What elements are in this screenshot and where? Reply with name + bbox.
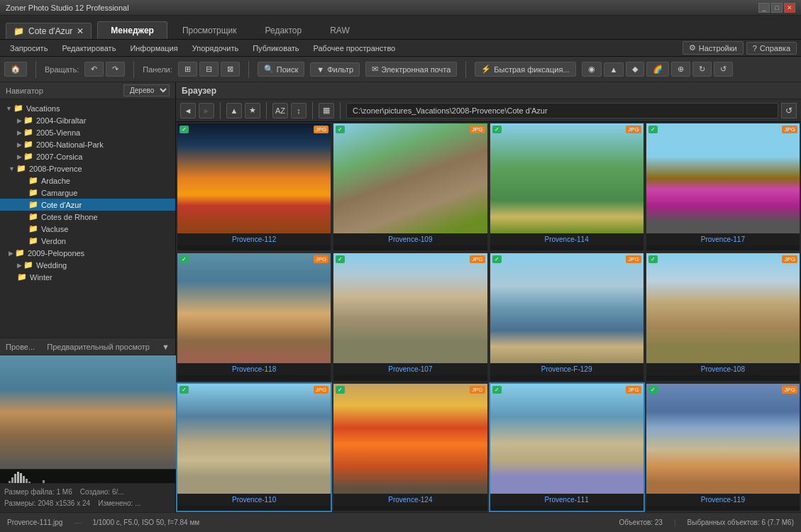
tool-btn-1[interactable]: ◉ — [582, 62, 602, 77]
filter-button[interactable]: ▼ Фильтр — [310, 62, 360, 77]
tree-item-vienna[interactable]: ▶ 📁 2005-Vienna — [0, 126, 175, 138]
view-button[interactable]: ▦ — [319, 103, 334, 118]
menu-organize[interactable]: Упорядочить — [187, 43, 244, 54]
folder-icon: 📁 — [28, 224, 38, 233]
select-badge: ✓ — [179, 386, 189, 394]
tree-item-verdon[interactable]: 📁 Verdon — [0, 235, 175, 247]
svg-rect-4 — [14, 474, 16, 483]
path-input[interactable] — [346, 103, 778, 118]
thumbnail-provence-112[interactable]: JPG ✓ Provence-112 — [176, 122, 332, 252]
up-button[interactable]: ▲ — [226, 103, 242, 118]
rotate-left-button[interactable]: ↶ — [84, 62, 104, 77]
panel-btn-1[interactable]: ⊞ — [178, 62, 197, 77]
tree-area[interactable]: ▼ 📁 Vacations ▶ 📁 2004-Gibraltar ▶ 📁 200… — [0, 99, 175, 338]
rotate-right-button[interactable]: ↷ — [106, 62, 125, 77]
select-badge: ✓ — [492, 386, 502, 394]
menu-info[interactable]: Информация — [124, 43, 183, 54]
select-badge: ✓ — [492, 126, 502, 133]
meta-filesize: Размер файла: 1 М6 Создано: 6/... — [4, 487, 171, 498]
thumb-image — [646, 123, 800, 233]
tree-item-national-park[interactable]: ▶ 📁 2006-National-Park — [0, 138, 175, 150]
folder-icon: 📁 — [23, 140, 33, 149]
thumbnail-provence-117[interactable]: JPG ✓ Provence-117 — [645, 122, 801, 252]
thumbnail-provence-119[interactable]: JPG ✓ Provence-119 — [645, 382, 801, 512]
tree-item-provence[interactable]: ▼ 📁 2008-Provence — [0, 162, 175, 174]
folder-tab[interactable]: 📁 Cote d'Azur ✕ — [6, 23, 92, 39]
folder-tab-label: Cote d'Azur — [28, 26, 72, 36]
quick-fix-button[interactable]: ⚡ Быстрая фиксация... — [475, 62, 575, 77]
tree-item-vacluse[interactable]: 📁 Vacluse — [0, 223, 175, 235]
folder-icon: 📁 — [16, 164, 26, 173]
preview-thumbnail — [0, 355, 176, 469]
folder-icon: 📁 — [17, 272, 27, 282]
home-button[interactable]: ★ — [245, 103, 260, 118]
thumbnail-provence-111[interactable]: JPG ✓ Provence-111 — [489, 382, 645, 512]
tool-btn-2[interactable]: ▲ — [604, 62, 624, 77]
tree-item-cotes-rhone[interactable]: 📁 Cotes de Rhone — [0, 211, 175, 223]
svg-rect-6 — [20, 473, 22, 483]
tab-raw[interactable]: RAW — [316, 21, 363, 39]
sort-dir-button[interactable]: ↕ — [291, 103, 306, 118]
tree-item-vacations[interactable]: ▼ 📁 Vacations — [0, 102, 175, 114]
statusbar: Provence-111.jpg — 1/1000 с, F5.0, ISO 5… — [0, 512, 801, 532]
tree-item-camargue[interactable]: 📁 Camargue — [0, 187, 175, 199]
help-button[interactable]: ? Справка — [746, 42, 797, 55]
thumb-image — [177, 253, 331, 363]
thumbnail-provence-114[interactable]: JPG ✓ Provence-114 — [489, 122, 645, 252]
forward-button[interactable]: ► — [199, 103, 214, 118]
tree-item-gibraltar[interactable]: ▶ 📁 2004-Gibraltar — [0, 114, 175, 126]
thumb-label: Provence-117 — [646, 233, 800, 245]
thumbnail-provence-f129[interactable]: JPG ✓ Provence-F-129 — [489, 252, 645, 382]
back-button[interactable]: ◄ — [180, 103, 196, 118]
tool-btn-4[interactable]: 🌈 — [646, 62, 669, 77]
email-button[interactable]: ✉ Электронная почта — [365, 62, 457, 77]
thumbnails-grid[interactable]: JPG ✓ Provence-112 JPG ✓ Provence-109 JP… — [176, 122, 801, 512]
thumbnail-provence-107[interactable]: JPG ✓ Provence-107 — [332, 252, 488, 382]
thumbnail-provence-118[interactable]: JPG ✓ Provence-118 — [176, 252, 332, 382]
thumb-label: Provence-108 — [646, 363, 800, 375]
panel-btn-3[interactable]: ⊠ — [221, 62, 240, 77]
tree-label-vacations: Vacations — [26, 104, 60, 113]
thumbnail-provence-110[interactable]: JPG ✓ Provence-110 — [176, 382, 332, 512]
filter-icon: ▼ — [316, 65, 324, 74]
tree-label-verdon: Verdon — [41, 237, 66, 245]
tree-item-winter[interactable]: 📁 Winter — [0, 271, 175, 283]
tool-btn-5[interactable]: ⊕ — [671, 62, 690, 77]
tool-btn-3[interactable]: ◆ — [626, 62, 644, 77]
tool-btn-6[interactable]: ↻ — [692, 62, 712, 77]
minimize-button[interactable]: _ — [758, 3, 770, 13]
thumb-image — [490, 123, 643, 233]
sort-button[interactable]: AZ — [272, 103, 288, 118]
search-button[interactable]: 🔍 Поиск — [258, 62, 304, 77]
select-badge: ✓ — [648, 255, 658, 263]
menu-publish[interactable]: Публиковать — [247, 43, 304, 54]
thumbnail-provence-109[interactable]: JPG ✓ Provence-109 — [332, 122, 488, 252]
menu-workspace[interactable]: Рабочее пространство — [308, 43, 402, 54]
tree-item-wedding[interactable]: ▶ 📁 Wedding — [0, 259, 175, 271]
tree-item-ardache[interactable]: 📁 Ardache — [0, 174, 175, 187]
thumbnail-provence-108[interactable]: JPG ✓ Provence-108 — [645, 252, 801, 382]
close-button[interactable]: ✕ — [784, 3, 795, 13]
sep — [220, 102, 221, 119]
folder-icon: 📁 — [13, 104, 23, 113]
browser-panel: Браузер ◄ ► ▲ ★ AZ ↕ ▦ ↺ JPG ✓ Provence-… — [176, 82, 801, 512]
thumbnail-provence-124[interactable]: JPG ✓ Provence-124 — [332, 382, 488, 512]
folder-icon: 📁 — [23, 152, 33, 161]
maximize-button[interactable]: □ — [771, 3, 783, 13]
tab-editor[interactable]: Редактор — [252, 21, 316, 39]
nav-home-button[interactable]: 🏠 — [4, 62, 27, 77]
tree-item-cote-azur[interactable]: 📁 Cote d'Azur — [0, 199, 175, 211]
tree-item-pelopones[interactable]: ▶ 📁 2009-Pelopones — [0, 247, 175, 259]
menu-edit[interactable]: Редактировать — [56, 43, 121, 54]
refresh-button[interactable]: ↺ — [781, 103, 797, 118]
tab-manager[interactable]: Менеджер — [97, 21, 167, 39]
panel-btn-2[interactable]: ⊟ — [199, 62, 219, 77]
tab-viewer[interactable]: Просмотрщик — [169, 21, 250, 39]
tree-dropdown[interactable]: Дерево — [123, 84, 170, 96]
tree-label-vienna: 2005-Vienna — [36, 128, 80, 137]
tool-btn-7[interactable]: ↺ — [714, 62, 733, 77]
menu-request[interactable]: Запросить — [4, 43, 53, 54]
settings-button[interactable]: ⚙ Настройки — [683, 41, 744, 55]
tree-item-corsica[interactable]: ▶ 📁 2007-Corsica — [0, 150, 175, 162]
folder-icon: 📁 — [28, 176, 38, 185]
